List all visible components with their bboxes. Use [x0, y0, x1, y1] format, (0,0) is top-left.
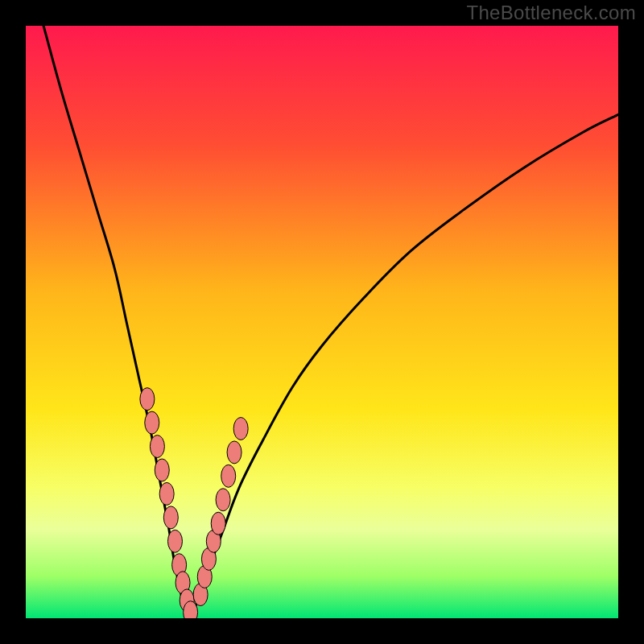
marker-point	[155, 459, 169, 481]
marker-point	[233, 417, 248, 440]
plot-background	[26, 26, 618, 618]
chart-svg	[0, 0, 644, 644]
marker-point	[159, 482, 174, 505]
marker-point	[211, 512, 225, 535]
marker-point	[150, 436, 164, 458]
watermark-text: TheBottleneck.com	[466, 2, 636, 24]
marker-point	[167, 530, 182, 552]
marker-point	[227, 441, 242, 464]
marker-point	[184, 601, 198, 624]
marker-point	[163, 506, 178, 529]
marker-point	[216, 489, 230, 511]
chart-frame: TheBottleneck.com	[0, 0, 644, 644]
marker-point	[140, 388, 155, 411]
marker-point	[145, 411, 159, 434]
marker-point	[221, 464, 236, 487]
